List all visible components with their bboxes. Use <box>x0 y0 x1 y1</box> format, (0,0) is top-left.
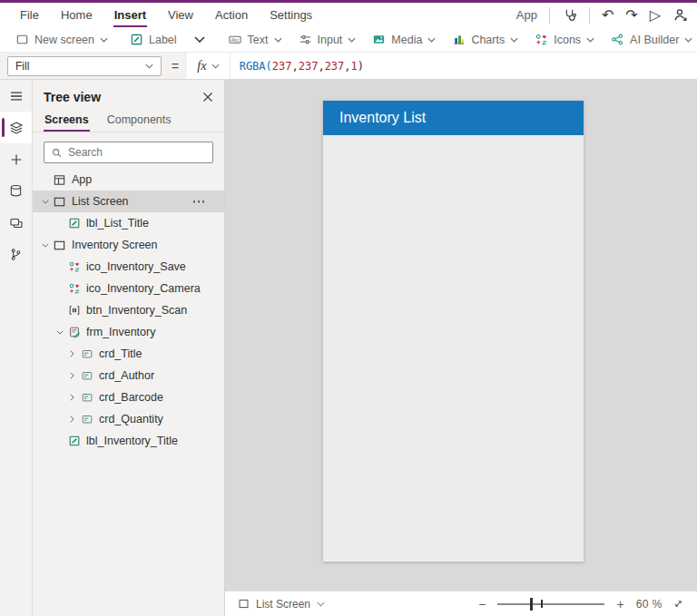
formula-token: 237 <box>272 60 292 73</box>
tree-item-lbl-inventory-title[interactable]: lbl_Inventory_Title <box>33 430 224 452</box>
tree-item-ico-inventory-save[interactable]: ico_Inventory_Save <box>33 256 224 278</box>
menu-view[interactable]: View <box>157 5 204 24</box>
card-icon <box>79 412 94 426</box>
inventory-list-header[interactable]: Inventory List <box>323 101 584 135</box>
tree-item-label: lbl_Inventory_Title <box>86 435 178 447</box>
label-dropdown-button[interactable] <box>185 33 214 46</box>
design-canvas[interactable]: Inventory List <box>225 80 697 591</box>
fit-to-window-icon[interactable] <box>672 598 684 610</box>
tree-item-ico-inventory-camera[interactable]: ico_Inventory_Camera <box>33 278 224 299</box>
chevron-down-icon[interactable] <box>38 243 52 248</box>
screen-artboard[interactable]: Inventory List <box>323 101 584 562</box>
text-label: Text <box>248 34 269 46</box>
app-scope-label[interactable]: App <box>516 8 537 22</box>
undo-icon[interactable]: ↶ <box>602 8 614 23</box>
property-selector[interactable]: Fill <box>7 56 162 76</box>
zoom-in-button[interactable]: + <box>614 598 625 611</box>
input-menu-button[interactable]: Input <box>290 30 365 49</box>
chevron-down-icon <box>317 601 325 607</box>
screen-icon <box>238 598 250 610</box>
search-input[interactable]: Search <box>44 142 213 163</box>
tree-view-rail-icon[interactable] <box>0 112 32 143</box>
icons-icon <box>535 33 548 46</box>
chevron-down-icon <box>145 64 153 69</box>
ai-builder-label: AI Builder <box>630 34 679 46</box>
chevron-right-icon[interactable] <box>65 416 79 423</box>
advanced-tools-rail-icon[interactable] <box>0 239 32 270</box>
menu-action[interactable]: Action <box>204 5 259 24</box>
chevron-right-icon[interactable] <box>65 372 79 379</box>
tree-item-label: ico_Inventory_Save <box>86 260 186 273</box>
tab-components[interactable]: Components <box>106 111 172 132</box>
screen-title-label: Inventory List <box>339 110 426 126</box>
tree-item-crd-title[interactable]: crd_Title <box>33 343 224 365</box>
menu-file[interactable]: File <box>9 5 50 24</box>
zoom-out-button[interactable]: − <box>476 598 487 611</box>
input-icon <box>299 33 312 46</box>
close-icon[interactable] <box>202 92 213 103</box>
formula-token: , <box>344 60 350 73</box>
menu-insert[interactable]: Insert <box>103 5 157 24</box>
media-rail-icon[interactable] <box>0 207 32 239</box>
panel-title: Tree view <box>44 90 101 104</box>
zoom-slider-handle[interactable] <box>530 598 533 611</box>
chevron-right-icon[interactable] <box>65 394 79 401</box>
tree-view-panel: Tree view Screens Components Search App <box>33 80 225 616</box>
tree-item-btn-inventory-scan[interactable]: btn_Inventory_Scan <box>33 299 224 321</box>
fx-label: fx <box>197 58 206 73</box>
app-checker-icon[interactable] <box>562 7 577 23</box>
icons-label: Icons <box>554 34 581 46</box>
insert-rail-icon[interactable] <box>0 143 32 175</box>
formula-token: 237 <box>325 60 345 73</box>
tab-screens[interactable]: Screens <box>44 111 90 132</box>
more-options-icon[interactable] <box>193 200 205 203</box>
chevron-right-icon[interactable] <box>65 350 79 357</box>
tree-item-inventory-screen[interactable]: Inventory Screen <box>33 234 224 256</box>
label-button[interactable]: Label <box>122 30 185 49</box>
search-placeholder: Search <box>68 146 103 159</box>
media-menu-button[interactable]: Media <box>364 30 444 49</box>
panel-tabs: Screens Components <box>33 109 224 132</box>
menu-settings[interactable]: Settings <box>259 5 323 24</box>
property-selected-value: Fill <box>15 60 145 73</box>
form-icon <box>66 325 82 339</box>
chevron-down-icon <box>100 37 108 43</box>
formula-input-area[interactable]: fx RGBA(237,237,237,1) <box>187 53 697 79</box>
tree-item-frm-inventory[interactable]: frm_Inventory <box>33 321 224 343</box>
tree-item-app[interactable]: App <box>33 169 224 191</box>
data-sources-rail-icon[interactable] <box>0 175 32 207</box>
tree-item-crd-barcode[interactable]: crd_Barcode <box>33 386 224 408</box>
card-icon <box>79 368 94 383</box>
share-user-icon[interactable] <box>672 7 688 23</box>
tree-item-label: crd_Quantity <box>99 413 163 425</box>
tree-item-list-screen[interactable]: List Screen <box>33 191 224 212</box>
zoom-slider[interactable] <box>497 603 604 605</box>
play-preview-icon[interactable]: ▷ <box>650 8 661 23</box>
icons-menu-button[interactable]: Icons <box>526 30 603 49</box>
formula-token: ) <box>358 60 364 73</box>
screen-selector-label: List Screen <box>256 598 310 611</box>
chevron-down-icon <box>194 36 205 43</box>
formula-text[interactable]: RGBA(237,237,237,1) <box>231 53 364 79</box>
media-label: Media <box>391 34 422 46</box>
formula-token: 1 <box>351 60 358 73</box>
screen-selector[interactable]: List Screen <box>238 598 325 611</box>
ai-builder-menu-button[interactable]: AI Builder <box>603 30 697 49</box>
menu-home[interactable]: Home <box>50 5 103 24</box>
charts-menu-button[interactable]: Charts <box>444 30 526 49</box>
tree-item-crd-author[interactable]: crd_Author <box>33 365 224 386</box>
chevron-down-icon[interactable] <box>38 200 52 204</box>
tree-item-label: lbl_List_Title <box>86 217 149 230</box>
search-icon <box>51 147 63 159</box>
barcode-icon <box>66 303 82 318</box>
redo-icon[interactable]: ↷ <box>625 8 637 23</box>
hamburger-menu-icon[interactable] <box>0 80 32 112</box>
chevron-down-icon[interactable] <box>53 330 66 335</box>
input-label: Input <box>318 34 343 46</box>
tree-item-crd-quantity[interactable]: crd_Quantity <box>33 408 224 430</box>
fx-dropdown-button[interactable]: fx <box>187 53 230 79</box>
media-icon <box>372 33 386 46</box>
tree-item-lbl-list-title[interactable]: lbl_List_Title <box>33 212 224 234</box>
text-menu-button[interactable]: Abc Text <box>220 30 290 49</box>
new-screen-button[interactable]: New screen <box>7 30 116 49</box>
